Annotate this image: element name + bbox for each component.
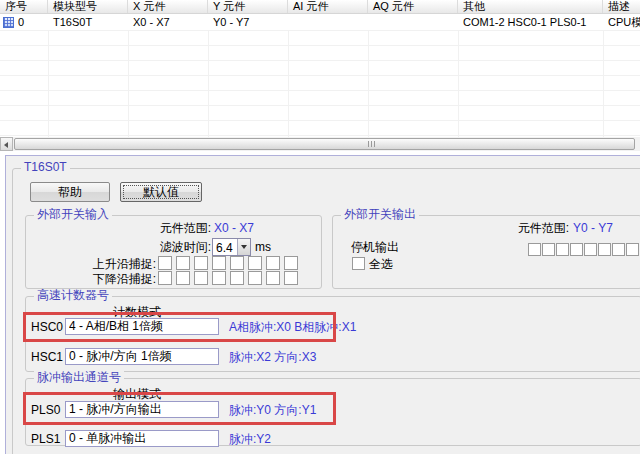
- cell-no: 0: [0, 14, 48, 30]
- groupbox-pls: 脉冲输出通道号 输出模式 PLS0 脉冲:Y0 方向:Y1 PLS1 脉冲:Y2: [25, 378, 640, 446]
- column-header-no[interactable]: 序号: [0, 0, 48, 13]
- select-all-row: 全选: [352, 257, 393, 271]
- output-checkbox[interactable]: [598, 243, 611, 256]
- falling-edge-checkboxes: [158, 271, 302, 285]
- scrollbar-thumb[interactable]: [14, 138, 635, 150]
- cell-ai: [288, 14, 368, 30]
- pls0-label: PLS0: [31, 404, 60, 417]
- scroll-left-button[interactable]: [0, 137, 13, 151]
- range-value: Y0 - Y7: [573, 222, 613, 235]
- groupbox-module-title: T16S0T: [21, 161, 70, 174]
- range-value: X0 - X7: [214, 222, 254, 235]
- rising-edge-checkbox[interactable]: [266, 256, 280, 270]
- grid-line: [0, 120, 640, 121]
- rising-edge-checkbox[interactable]: [158, 256, 172, 270]
- groupbox-ext-input-title: 外部开关输入: [34, 208, 112, 221]
- output-checkbox[interactable]: [528, 243, 541, 256]
- groupbox-ext-output-title: 外部开关输出: [341, 208, 419, 221]
- cell-desc: CPU模块: [603, 14, 640, 30]
- output-checkbox[interactable]: [626, 243, 639, 256]
- hsc1-mapping: 脉冲:X2 方向:X3: [229, 351, 316, 364]
- groupbox-ext-input: 外部开关输入 元件范围: X0 - X7 滤波时间: 6.4 ms 上升沿捕捉:…: [25, 215, 322, 289]
- grid-line: [0, 135, 640, 136]
- falling-edge-checkbox[interactable]: [230, 271, 244, 285]
- output-mode-label: 输出模式: [113, 388, 161, 401]
- rising-edge-checkbox[interactable]: [230, 256, 244, 270]
- hsc0-label: HSC0: [31, 321, 63, 334]
- rising-edge-checkbox[interactable]: [212, 256, 226, 270]
- rising-edge-label: 上升沿捕捉:: [31, 258, 156, 271]
- pls0-mode-input[interactable]: [65, 401, 219, 418]
- column-header-desc[interactable]: 描述: [603, 0, 640, 13]
- dropdown-button[interactable]: [237, 239, 250, 255]
- column-header-aq[interactable]: AQ 元件: [368, 0, 458, 13]
- grid-line: [0, 60, 640, 61]
- pls1-label: PLS1: [31, 433, 60, 446]
- filter-time-dropdown[interactable]: 6.4: [212, 238, 251, 256]
- output-checkbox[interactable]: [542, 243, 555, 256]
- column-header-x[interactable]: X 元件: [128, 0, 208, 13]
- falling-edge-checkbox[interactable]: [284, 271, 298, 285]
- table-header: 序号 模块型号 X 元件 Y 元件 AI 元件 AQ 元件 其他 描述: [0, 0, 640, 14]
- falling-edge-checkbox[interactable]: [212, 271, 226, 285]
- grid-line: [0, 105, 640, 106]
- falling-edge-checkbox[interactable]: [194, 271, 208, 285]
- filter-time-unit: ms: [255, 241, 271, 254]
- cell-other: COM1-2 HSC0-1 PLS0-1: [458, 14, 603, 30]
- range-label: 元件范围:: [131, 222, 211, 235]
- column-header-model[interactable]: 模块型号: [48, 0, 128, 13]
- cell-aq: [368, 14, 458, 30]
- rising-edge-checkbox[interactable]: [176, 256, 190, 270]
- chevron-down-icon: [241, 245, 247, 249]
- groupbox-pls-title: 脉冲输出通道号: [34, 371, 124, 384]
- groupbox-ext-output: 外部开关输出 元件范围: Y0 - Y7 停机输出 全选: [332, 215, 640, 289]
- scroll-left-icon: [4, 142, 8, 148]
- stop-output-label: 停机输出: [351, 241, 399, 254]
- groupbox-hsc-title: 高速计数器号: [34, 289, 112, 302]
- table-row[interactable]: 0 T16S0T X0 - X7 Y0 - Y7 COM1-2 HSC0-1 P…: [0, 14, 640, 30]
- pls1-mode-input[interactable]: [65, 430, 219, 447]
- output-checkbox[interactable]: [584, 243, 597, 256]
- rising-edge-checkbox[interactable]: [194, 256, 208, 270]
- output-checkbox[interactable]: [612, 243, 625, 256]
- column-header-y[interactable]: Y 元件: [208, 0, 288, 13]
- cell-y-range: Y0 - Y7: [208, 14, 288, 30]
- cell-model: T16S0T: [48, 14, 128, 30]
- cell-x-range: X0 - X7: [128, 14, 208, 30]
- select-all-checkbox[interactable]: [352, 257, 365, 270]
- falling-edge-checkbox[interactable]: [266, 271, 280, 285]
- pls0-mapping: 脉冲:Y0 方向:Y1: [229, 404, 316, 417]
- hsc0-mode-input[interactable]: [65, 318, 219, 335]
- grid-line: [0, 75, 640, 76]
- plc-module-config-window: 序号 模块型号 X 元件 Y 元件 AI 元件 AQ 元件 其他 描述 0 T1…: [0, 0, 640, 454]
- falling-edge-checkbox[interactable]: [248, 271, 262, 285]
- scrollbar-grip-icon: [368, 141, 377, 147]
- pls1-mapping: 脉冲:Y2: [229, 433, 271, 446]
- hsc1-label: HSC1: [31, 351, 63, 364]
- column-header-other[interactable]: 其他: [458, 0, 603, 13]
- row-index: 0: [18, 16, 24, 28]
- rising-edge-checkbox[interactable]: [284, 256, 298, 270]
- select-all-label: 全选: [369, 257, 393, 271]
- falling-edge-label: 下降沿捕捉:: [31, 273, 156, 286]
- horizontal-scrollbar[interactable]: [0, 137, 640, 151]
- filter-time-value: 6.4: [216, 241, 233, 255]
- range-label: 元件范围:: [483, 222, 569, 235]
- output-checkbox[interactable]: [556, 243, 569, 256]
- module-icon: [3, 17, 14, 28]
- default-values-button[interactable]: 默认值: [120, 182, 202, 202]
- groupbox-hsc: 高速计数器号 计数模式 HSC0 A相脉冲:X0 B相脉冲:X1 HSC1 脉冲…: [25, 296, 640, 372]
- output-checkboxes: [528, 243, 640, 256]
- column-header-ai[interactable]: AI 元件: [288, 0, 368, 13]
- help-button[interactable]: 帮助: [30, 182, 110, 202]
- falling-edge-checkbox[interactable]: [158, 271, 172, 285]
- hsc0-mapping: A相脉冲:X0 B相脉冲:X1: [229, 321, 356, 334]
- rising-edge-checkboxes: [158, 256, 302, 270]
- rising-edge-checkbox[interactable]: [248, 256, 262, 270]
- grid-line: [0, 45, 640, 46]
- falling-edge-checkbox[interactable]: [176, 271, 190, 285]
- filter-time-label: 滤波时间:: [131, 241, 211, 254]
- output-checkbox[interactable]: [570, 243, 583, 256]
- hsc1-mode-input[interactable]: [65, 348, 219, 365]
- grid-line: [0, 90, 640, 91]
